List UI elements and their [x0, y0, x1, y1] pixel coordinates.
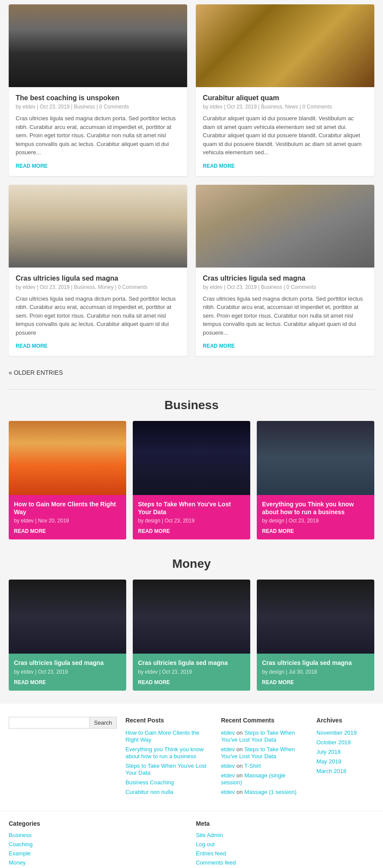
business-card-read-2[interactable]: READ MORE: [138, 528, 170, 534]
business-card-title-2: Steps to Take When You've Lost Your Data: [138, 500, 245, 516]
post-title-1: The best coaching is unspoken: [16, 94, 180, 102]
recent-post-link-4[interactable]: Business Coaching: [125, 779, 174, 786]
money-card-image-1: [9, 580, 126, 654]
read-more-3[interactable]: READ MORE: [16, 343, 47, 349]
money-card-meta-2: by etdev | Oct 23, 2019: [138, 669, 245, 675]
cat-link-business[interactable]: Business: [9, 832, 32, 838]
comment-post-3[interactable]: T-Shirt: [244, 763, 261, 769]
business-card-read-3[interactable]: READ MORE: [262, 528, 294, 534]
recent-post-link-2[interactable]: Everything you Think you know about how …: [125, 746, 204, 760]
archive-link-2[interactable]: October 2019: [316, 739, 351, 746]
list-item: etdev on Massage (1 session): [221, 788, 308, 795]
comment-author-5[interactable]: etdev: [221, 789, 235, 795]
comment-post-5[interactable]: Massage (1 session): [244, 789, 296, 795]
cat-link-coaching[interactable]: Coaching: [9, 841, 33, 848]
meta-col: Meta Site Admin Log out Entries feed Com…: [196, 820, 374, 868]
meta-link-siteadmin[interactable]: Site Admin: [196, 832, 223, 838]
money-card-read-2[interactable]: READ MORE: [138, 679, 170, 685]
comment-author-3[interactable]: etdev: [221, 763, 235, 769]
comment-on-2: on: [236, 746, 244, 753]
archive-link-3[interactable]: July 2018: [316, 749, 341, 755]
list-item: Business: [9, 831, 187, 838]
meta-link-comments-feed[interactable]: Comments feed: [196, 859, 236, 866]
read-more-1[interactable]: READ MORE: [16, 163, 47, 169]
post-title-4: Cras ultricies ligula sed magna: [203, 275, 367, 282]
recent-post-link-1[interactable]: How to Gain More Clients the Right Way: [125, 729, 199, 743]
money-card-read-3[interactable]: READ MORE: [262, 679, 294, 685]
list-item: etdev on Steps to Take When You've Lost …: [221, 746, 308, 760]
post-image-3: [9, 185, 187, 268]
comment-author-2[interactable]: etdev: [221, 746, 235, 753]
archive-link-5[interactable]: March 2018: [316, 768, 346, 774]
footer-grid: Search Recent Posts How to Gain More Cli…: [9, 717, 374, 798]
list-item: Coaching: [9, 841, 187, 848]
money-card-title-2: Cras ultricies ligula sed magna: [138, 659, 245, 667]
money-card-meta-3: by design | Jul 30, 2018: [262, 669, 369, 675]
search-button[interactable]: Search: [90, 717, 117, 729]
main-content: The best coaching is unspoken by etdev |…: [0, 0, 383, 868]
post-excerpt-4: Cras ultricies ligula sed magna dictum p…: [203, 295, 367, 337]
post-image-2: [196, 4, 374, 87]
older-entries: « OLDER ENTRIES: [0, 365, 383, 389]
list-item: October 2019: [316, 739, 374, 746]
money-card-title-1: Cras ultricies ligula sed magna: [14, 659, 121, 667]
post-meta-2: by etdev | Oct 23, 2019 | Business, News…: [203, 104, 367, 110]
archives-list: November 2019 October 2019 July 2018 May…: [316, 729, 374, 774]
post-excerpt-2: Curabitur aliquet quam id dui posuere bl…: [203, 114, 367, 157]
list-item: Business Coaching: [125, 779, 212, 786]
business-section-title: Business: [9, 398, 374, 412]
business-card-2: Steps to Take When You've Lost Your Data…: [133, 421, 250, 539]
recent-post-link-3[interactable]: Steps to Take When You've Lost Your Data: [125, 763, 206, 776]
comment-author-1[interactable]: etdev: [221, 729, 235, 736]
list-item: Steps to Take When You've Lost Your Data: [125, 762, 212, 776]
recent-posts-list: How to Gain More Clients the Right Way E…: [125, 729, 212, 795]
post-meta-1: by etdev | Oct 23, 2019 | Business | 0 C…: [16, 104, 180, 110]
cat-link-money[interactable]: Money: [9, 859, 26, 866]
list-item: etdev on T-Shirt: [221, 762, 308, 769]
read-more-4[interactable]: READ MORE: [203, 343, 235, 349]
meta-list: Site Admin Log out Entries feed Comments…: [196, 831, 374, 868]
money-card-image-3: [257, 580, 374, 654]
categories-list: Business Coaching Example Money News: [9, 831, 187, 868]
recent-post-link-5[interactable]: Curabitur non nulla: [125, 789, 173, 795]
recent-comments-list: etdev on Steps to Take When You've Lost …: [221, 729, 308, 795]
money-card-1: Cras ultricies ligula sed magna by etdev…: [9, 580, 126, 690]
business-card-meta-2: by design | Oct 23, 2019: [138, 518, 245, 524]
list-item: Entries feed: [196, 850, 374, 857]
footer-search-col: Search: [9, 717, 117, 798]
categories-meta-grid: Categories Business Coaching Example Mon…: [9, 820, 374, 868]
archive-link-4[interactable]: May 2018: [316, 758, 341, 765]
recent-posts-heading: Recent Posts: [125, 717, 212, 724]
business-card-image-3: [257, 421, 374, 495]
meta-link-logout[interactable]: Log out: [196, 841, 215, 848]
search-input[interactable]: [9, 717, 90, 729]
older-entries-link[interactable]: « OLDER ENTRIES: [9, 369, 63, 376]
post-card-2: Curabitur aliquet quam by etdev | Oct 23…: [196, 4, 374, 176]
cat-link-example[interactable]: Example: [9, 850, 31, 857]
list-item: etdev on Massage (single session): [221, 772, 308, 786]
categories-heading: Categories: [9, 820, 187, 827]
list-item: Log out: [196, 841, 374, 848]
archive-link-1[interactable]: November 2019: [316, 729, 357, 736]
meta-link-entries-feed[interactable]: Entries feed: [196, 850, 226, 857]
posts-grid: The best coaching is unspoken by etdev |…: [0, 0, 383, 365]
comment-author-4[interactable]: etdev: [221, 772, 235, 779]
business-card-meta-1: by etdev | Nov 20, 2019: [14, 518, 121, 524]
comment-on-4: on: [236, 772, 244, 779]
comment-on-5: on: [236, 789, 244, 795]
business-card-meta-3: by design | Oct 23, 2019: [262, 518, 369, 524]
post-image-1: [9, 4, 187, 87]
footer-recent-comments-col: Recent Comments etdev on Steps to Take W…: [221, 717, 308, 798]
post-meta-3: by etdev | Oct 23, 2019 | Business, Mone…: [16, 284, 180, 290]
post-image-4: [196, 185, 374, 268]
post-card-3: Cras ultricies ligula sed magna by etdev…: [9, 185, 187, 356]
list-item: November 2019: [316, 729, 374, 736]
categories-col: Categories Business Coaching Example Mon…: [9, 820, 187, 868]
money-card-read-1[interactable]: READ MORE: [14, 679, 46, 685]
business-card-read-1[interactable]: READ MORE: [14, 528, 46, 534]
money-cards-grid: Cras ultricies ligula sed magna by etdev…: [9, 580, 374, 690]
list-item: Everything you Think you know about how …: [125, 746, 212, 760]
archives-heading: Archives: [316, 717, 374, 724]
money-card-image-2: [133, 580, 250, 654]
read-more-2[interactable]: READ MORE: [203, 163, 235, 169]
